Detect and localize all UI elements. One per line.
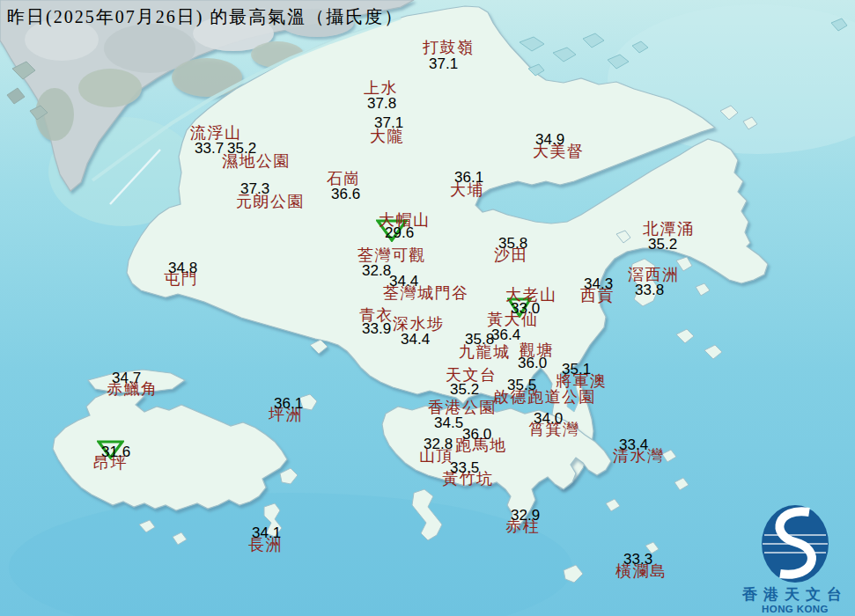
station-value-label: 34.4 (389, 274, 418, 289)
station-value-label: 33.4 (619, 437, 648, 452)
station-value-label: 34.8 (168, 260, 197, 275)
station-value-label: 34.4 (401, 332, 430, 347)
hko-logo-english-label: HONG KONG OBSERVATORY (729, 604, 855, 616)
station-value-label: 36.6 (331, 187, 360, 202)
station-value-label: 35.8 (498, 236, 527, 251)
station-value-label: 32.8 (362, 263, 391, 278)
station-name-label: 滘西洲 (628, 267, 680, 282)
hko-logo: 香港天文台 HONG KONG OBSERVATORY (729, 489, 855, 614)
station-value-label: 35.2 (227, 141, 256, 156)
station-value-label: 34.7 (112, 370, 141, 385)
station-labels-layer: 打鼓嶺37.1上水37.8大隴37.1大美督34.9流浮山33.7濕地公園35.… (0, 0, 855, 616)
station-value-label: 37.8 (367, 96, 396, 111)
station-value-label: 33.7 (195, 141, 224, 156)
station-value-label: 34.9 (535, 132, 564, 147)
station-name-label: 北潭涌 (643, 221, 695, 237)
station-value-label: 35.8 (465, 332, 494, 347)
station-name-label: 上水 (364, 80, 398, 96)
station-name-label: 打鼓嶺 (423, 40, 475, 55)
station-value-label: 36.4 (491, 327, 520, 342)
station-value-label: 34.0 (534, 411, 563, 426)
station-value-label: 32.9 (511, 508, 540, 523)
station-value-label: 34.3 (584, 276, 613, 291)
station-value-label: 29.6 (385, 225, 414, 240)
hko-logo-icon (729, 489, 855, 583)
station-value-label: 35.2 (450, 382, 479, 397)
station-value-label: 34.1 (252, 525, 281, 540)
station-value-label: 36.1 (454, 170, 483, 185)
station-value-label: 35.1 (562, 362, 591, 377)
station-value-label: 37.1 (429, 56, 458, 71)
station-value-label: 34.5 (434, 415, 463, 430)
station-value-label: 32.8 (424, 436, 453, 451)
station-name-label: 石崗 (327, 171, 361, 187)
station-value-label: 33.9 (362, 321, 391, 336)
station-value-label: 33.0 (511, 301, 540, 316)
station-name-label: 荃灣可觀 (357, 247, 426, 263)
station-name-label: 深水埗 (393, 316, 445, 332)
map-title: 昨日(2025年07月26日) 的最高氣溫（攝氏度） (7, 5, 403, 29)
station-value-label: 33.5 (450, 460, 479, 475)
station-name-label: 流浮山 (190, 125, 242, 141)
hko-logo-chinese-label: 香港天文台 (729, 587, 855, 604)
station-name-label: 香港公園 (428, 400, 497, 415)
station-value-label: 35.2 (648, 237, 677, 252)
station-value-label: 36.0 (518, 356, 547, 370)
station-value-label: 37.1 (374, 115, 403, 130)
station-value-label: 35.5 (507, 378, 536, 392)
station-value-label: 31.6 (101, 444, 130, 459)
station-value-label: 36.1 (274, 396, 303, 411)
station-value-label: 33.3 (623, 552, 652, 567)
station-value-label: 37.3 (240, 181, 269, 196)
station-value-label: 36.0 (462, 427, 491, 442)
hko-temperature-map-screen: 昨日(2025年07月26日) 的最高氣溫（攝氏度） 打鼓嶺37.1上水37.8… (0, 0, 855, 616)
station-value-label: 33.8 (635, 282, 664, 297)
